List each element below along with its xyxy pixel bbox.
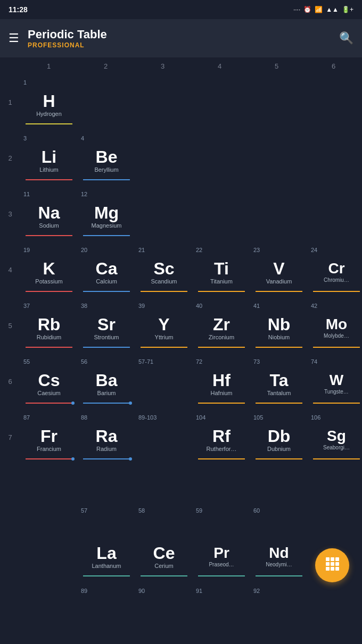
element-Mo[interactable]: 42 Mo Molybde… bbox=[308, 300, 362, 351]
element-symbol-Ca: Ca bbox=[96, 260, 118, 277]
period-row-3: 3 11 Na Sodium 12 Mg Magnesium bbox=[0, 186, 362, 242]
element-Rf[interactable]: 104 Rf Rutherfor… bbox=[193, 412, 250, 463]
element-La[interactable]: La Lanthanum bbox=[78, 529, 135, 580]
element-underline-Hf bbox=[198, 403, 245, 404]
element-Cr[interactable]: 24 Cr Chromiu… bbox=[308, 245, 362, 295]
status-icons: ···· ⏰ 📶 ▲▲ 🔋+ bbox=[293, 6, 353, 13]
element-Ti[interactable]: 22 Ti Titanium bbox=[193, 245, 250, 295]
element-symbol-Ti: Ti bbox=[214, 260, 229, 277]
element-name-Ti: Titanium bbox=[210, 278, 233, 285]
element-underline-Nb bbox=[256, 347, 302, 348]
element-dot-Cs bbox=[71, 402, 75, 405]
col-header-4: 4 bbox=[191, 62, 248, 70]
element-number-Y: 39 bbox=[138, 303, 145, 309]
element-Li[interactable]: 3 Li Lithium bbox=[20, 133, 78, 183]
element-name-Nb: Niobium bbox=[268, 334, 290, 340]
element-Nd[interactable]: Nd Neodymi… bbox=[250, 529, 308, 580]
element-Ba[interactable]: 56 Ba Barium bbox=[78, 356, 135, 407]
element-number-Zr: 40 bbox=[196, 303, 202, 309]
element-Ra[interactable]: 88 Ra Radium bbox=[78, 412, 135, 463]
element-Be[interactable]: 4 Be Beryllium bbox=[78, 133, 135, 183]
col-header-2: 2 bbox=[77, 62, 134, 70]
alarm-icon: ⏰ bbox=[303, 6, 311, 13]
element-symbol-Sg: Sg bbox=[327, 429, 346, 444]
element-symbol-Ba: Ba bbox=[96, 372, 118, 389]
element-Rb[interactable]: 37 Rb Rubidium bbox=[20, 300, 78, 351]
element-underline-La bbox=[83, 575, 130, 576]
element-underline-Be bbox=[83, 179, 130, 180]
element-Y[interactable]: 39 Y Yttrium bbox=[135, 300, 193, 351]
element-symbol-Zr: Zr bbox=[213, 316, 230, 333]
column-headers: 1 2 3 4 5 6 bbox=[0, 57, 362, 74]
element-Ca[interactable]: 20 Ca Calcium bbox=[78, 245, 135, 295]
element-name-Sr: Strontium bbox=[94, 334, 119, 340]
hamburger-icon[interactable]: ☰ bbox=[9, 31, 19, 45]
svg-rect-7 bbox=[331, 567, 334, 571]
element-name-Mo: Molybde… bbox=[324, 333, 349, 339]
element-symbol-Db: Db bbox=[268, 428, 291, 445]
lan-num-59: 59 bbox=[193, 505, 250, 514]
element-name-Ca: Calcium bbox=[96, 278, 117, 285]
element-name-Zr: Zirconium bbox=[209, 334, 234, 340]
element-symbol-Cr: Cr bbox=[328, 261, 344, 276]
element-symbol-Cs: Cs bbox=[38, 372, 60, 389]
range-label-7: 89-103 bbox=[138, 414, 157, 421]
period-label-4: 4 bbox=[0, 266, 20, 274]
element-number-Rf: 104 bbox=[196, 414, 205, 421]
period-label-5: 5 bbox=[0, 322, 20, 330]
element-underline-Ta bbox=[256, 403, 302, 404]
element-Pr[interactable]: Pr Praseod… bbox=[193, 529, 250, 580]
wifi-icon: 📶 bbox=[315, 6, 323, 13]
element-W[interactable]: 74 W Tungste… bbox=[308, 356, 362, 407]
element-Mg[interactable]: 12 Mg Magnesium bbox=[78, 189, 135, 239]
element-name-Db: Dubnium bbox=[267, 446, 291, 452]
element-symbol-Nd: Nd bbox=[269, 546, 289, 561]
element-name-Y: Yttrium bbox=[155, 334, 174, 340]
search-icon[interactable]: 🔍 bbox=[339, 31, 353, 45]
element-H[interactable]: 1 H Hydrogen bbox=[20, 77, 78, 128]
element-Sc[interactable]: 21 Sc Scandium bbox=[135, 245, 193, 295]
element-underline-K bbox=[26, 291, 72, 292]
element-dot-Fr bbox=[71, 457, 75, 461]
element-underline-Rb bbox=[26, 347, 72, 348]
element-name-Nd: Neodymi… bbox=[266, 562, 292, 567]
element-underline-H bbox=[26, 123, 72, 124]
element-Sr[interactable]: 38 Sr Strontium bbox=[78, 300, 135, 351]
element-name-Sg: Seaborgi… bbox=[323, 445, 350, 450]
element-Ce[interactable]: Ce Cerium bbox=[135, 529, 193, 580]
battery-icon: 🔋+ bbox=[342, 6, 353, 13]
element-number-Rb: 37 bbox=[23, 303, 30, 309]
element-Db[interactable]: 105 Db Dubnium bbox=[250, 412, 308, 463]
element-name-Rf: Rutherfor… bbox=[207, 446, 237, 452]
period-label-6: 6 bbox=[0, 378, 20, 386]
element-symbol-Ta: Ta bbox=[270, 372, 289, 389]
element-K[interactable]: 19 K Potassium bbox=[20, 245, 78, 295]
element-Zr[interactable]: 40 Zr Zirconium bbox=[193, 300, 250, 351]
element-symbol-Ra: Ra bbox=[96, 428, 118, 445]
element-Fr[interactable]: 87 Fr Francium bbox=[20, 412, 78, 463]
element-underline-Ce bbox=[141, 575, 187, 576]
period-label-2: 2 bbox=[0, 154, 20, 162]
fab-button[interactable] bbox=[315, 548, 349, 582]
element-number-Mg: 12 bbox=[81, 191, 87, 197]
col-header-5: 5 bbox=[248, 62, 305, 70]
element-Nb[interactable]: 41 Nb Niobium bbox=[250, 300, 308, 351]
element-Cs[interactable]: 55 Cs Caesium bbox=[20, 356, 78, 407]
app-title-container: Periodic Table PROFESSIONAL bbox=[28, 28, 331, 49]
element-V[interactable]: 23 V Vanadium bbox=[250, 245, 308, 295]
element-number-Nb: 41 bbox=[253, 303, 260, 309]
element-Sg[interactable]: 106 Sg Seaborgi… bbox=[308, 412, 362, 463]
element-number-Fr: 87 bbox=[23, 414, 30, 421]
element-symbol-Hf: Hf bbox=[212, 372, 231, 389]
svg-rect-6 bbox=[326, 567, 330, 571]
element-Ta[interactable]: 73 Ta Tantalum bbox=[250, 356, 308, 407]
element-Na[interactable]: 11 Na Sodium bbox=[20, 189, 78, 239]
element-number-Hf: 72 bbox=[196, 358, 202, 365]
element-number-Ca: 20 bbox=[81, 247, 87, 253]
element-Hf[interactable]: 72 Hf Hafnium bbox=[193, 356, 250, 407]
period-row-1: 1 1 H Hydrogen bbox=[0, 74, 362, 130]
element-name-V: Vanadium bbox=[266, 278, 292, 285]
element-symbol-Sc: Sc bbox=[153, 260, 174, 277]
element-name-Rb: Rubidium bbox=[37, 334, 61, 340]
element-number-W: 74 bbox=[311, 358, 317, 365]
